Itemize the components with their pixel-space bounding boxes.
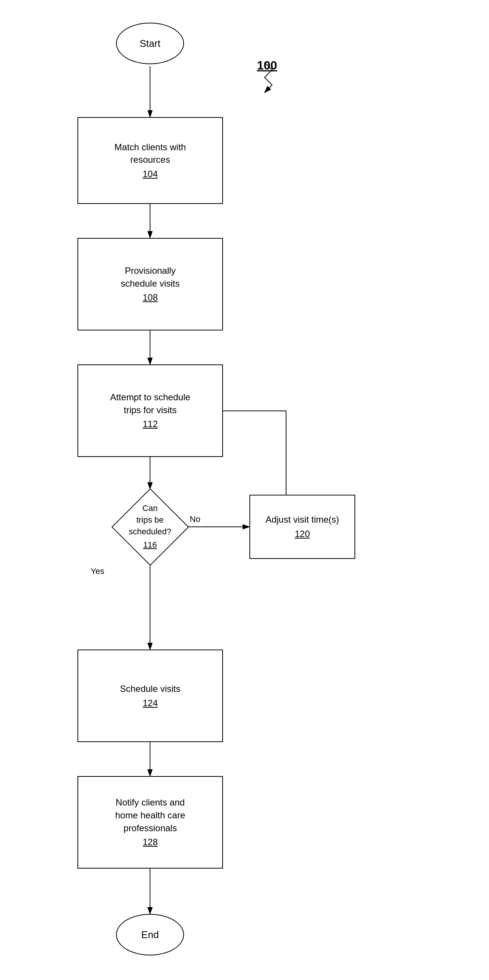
decision-node: Cantrips bescheduled? 116 <box>112 489 188 565</box>
notify-label: Notify clients andhome health careprofes… <box>115 796 185 834</box>
adjust-label: Adjust visit time(s) <box>266 513 339 526</box>
notify-num: 128 <box>142 836 158 849</box>
schedule-num: 124 <box>142 697 158 710</box>
no-label: No <box>190 514 200 524</box>
provisional-num: 108 <box>142 291 158 304</box>
attempt-label: Attempt to scheduletrips for visits <box>110 391 190 416</box>
yes-label: Yes <box>91 566 104 576</box>
adjust-node: Adjust visit time(s) 120 <box>249 495 355 559</box>
start-node: Start <box>116 23 184 64</box>
attempt-num: 112 <box>142 418 158 431</box>
notify-node: Notify clients andhome health careprofes… <box>78 776 223 869</box>
end-node: End <box>116 914 184 955</box>
provisional-label: Provisionallyschedule visits <box>121 264 180 290</box>
decision-num: 116 <box>129 539 172 551</box>
decision-text: Cantrips bescheduled? 116 <box>129 503 172 550</box>
attempt-node: Attempt to scheduletrips for visits 112 <box>78 364 223 457</box>
diagram-svg <box>0 0 489 980</box>
match-clients-label: Match clients withresources <box>115 141 186 166</box>
start-label: Start <box>140 38 161 49</box>
match-clients-num: 104 <box>142 168 158 181</box>
adjust-num: 120 <box>295 528 310 541</box>
reference-label: 100 <box>257 59 277 73</box>
schedule-node: Schedule visits 124 <box>78 649 223 742</box>
schedule-label: Schedule visits <box>120 682 180 695</box>
flowchart-diagram: 100 Start <box>0 0 489 980</box>
end-label: End <box>141 929 159 941</box>
match-clients-node: Match clients withresources 104 <box>78 117 223 204</box>
provisional-node: Provisionallyschedule visits 108 <box>78 238 223 331</box>
